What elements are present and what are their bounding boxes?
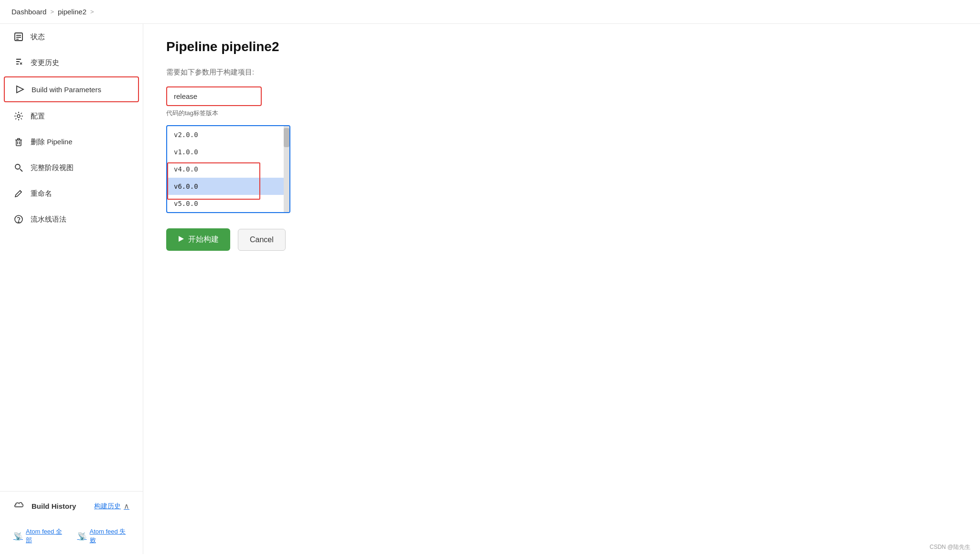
atom-feed-all-label: Atom feed 全部 <box>26 527 66 545</box>
param-hint: 代码的tag标签版本 <box>166 109 957 118</box>
scrollbar-thumb <box>284 128 289 147</box>
param-input-container: 代码的tag标签版本 <box>166 86 957 118</box>
listbox-options: v2.0.0 v1.0.0 v4.0.0 v6.0.0 v5.0.0 <box>167 126 284 212</box>
build-history-section: Build History 构建历史 ∧ 📡 Atom feed 全部 📡 At… <box>0 491 143 554</box>
start-build-label: 开始构建 <box>188 235 219 245</box>
sidebar-menu: 状态 变更历史 Build with Pa <box>0 24 143 491</box>
sidebar-item-pipeline-syntax[interactable]: 流水线语法 <box>0 206 143 232</box>
delete-icon <box>13 137 24 147</box>
svg-line-10 <box>20 169 22 171</box>
sidebar-item-status-label: 状态 <box>31 32 45 42</box>
chevron-up-icon: ∧ <box>124 502 129 511</box>
breadcrumb-pipeline2[interactable]: pipeline2 <box>58 8 86 16</box>
svg-line-11 <box>20 191 21 192</box>
sidebar-item-status[interactable]: 状态 <box>0 24 143 50</box>
atom-feed-fail-label: Atom feed 失败 <box>90 527 130 545</box>
sidebar: 状态 变更历史 Build with Pa <box>0 24 143 554</box>
sidebar-item-rename[interactable]: 重命名 <box>0 181 143 206</box>
action-buttons: 开始构建 Cancel <box>166 228 957 251</box>
page-title: Pipeline pipeline2 <box>166 39 957 54</box>
version-listbox[interactable]: v2.0.0 v1.0.0 v4.0.0 v6.0.0 v5.0.0 <box>166 125 290 213</box>
cancel-label: Cancel <box>250 236 274 244</box>
svg-rect-6 <box>16 140 21 146</box>
rss-icon-all: 📡 <box>13 532 23 541</box>
breadcrumb-sep2: > <box>90 8 94 15</box>
footer-credit: CSDN @陆先生 <box>929 543 970 551</box>
listbox-option-v6[interactable]: v6.0.0 <box>167 178 284 195</box>
build-history-header[interactable]: Build History 构建历史 ∧ <box>0 492 143 521</box>
sidebar-item-config-label: 配置 <box>31 112 45 121</box>
config-icon <box>13 111 24 121</box>
build-history-link-label: 构建历史 <box>94 502 121 511</box>
cancel-button[interactable]: Cancel <box>238 229 286 251</box>
listbox-container: v2.0.0 v1.0.0 v4.0.0 v6.0.0 v5.0.0 <box>166 125 290 213</box>
sidebar-item-delete-pipeline[interactable]: 删除 Pipeline <box>0 129 143 155</box>
sidebar-item-change-history-label: 变更历史 <box>31 58 59 67</box>
svg-point-9 <box>15 164 20 169</box>
sidebar-item-change-history[interactable]: 变更历史 <box>0 50 143 75</box>
rss-icon-fail: 📡 <box>77 532 87 541</box>
status-icon <box>13 32 24 42</box>
build-play-icon <box>178 236 184 244</box>
listbox-option-v1[interactable]: v1.0.0 <box>167 143 284 161</box>
atom-feed-fail[interactable]: 📡 Atom feed 失败 <box>77 527 130 545</box>
svg-point-13 <box>18 222 19 223</box>
sidebar-item-config[interactable]: 配置 <box>0 103 143 129</box>
sidebar-item-full-stage-view[interactable]: 完整阶段视图 <box>0 155 143 181</box>
section-description: 需要如下参数用于构建项目: <box>166 68 957 77</box>
svg-marker-4 <box>17 86 23 93</box>
listbox-option-v2[interactable]: v2.0.0 <box>167 126 284 143</box>
atom-feeds: 📡 Atom feed 全部 📡 Atom feed 失败 <box>0 521 143 554</box>
param-input-field[interactable] <box>166 86 262 106</box>
listbox-scrollbar[interactable] <box>284 126 289 212</box>
atom-feed-all[interactable]: 📡 Atom feed 全部 <box>13 527 66 545</box>
build-history-label: Build History <box>32 502 76 510</box>
sidebar-item-rename-label: 重命名 <box>31 189 52 198</box>
listbox-option-v5[interactable]: v5.0.0 <box>167 195 284 212</box>
breadcrumb-sep1: > <box>50 8 54 15</box>
breadcrumb: Dashboard > pipeline2 > <box>0 0 980 24</box>
sidebar-item-full-stage-label: 完整阶段视图 <box>31 163 74 172</box>
search-icon <box>13 162 24 173</box>
help-icon <box>13 214 24 225</box>
build-params-icon <box>14 84 25 95</box>
svg-point-5 <box>17 115 20 118</box>
change-history-icon <box>13 57 24 68</box>
build-history-left: Build History <box>13 500 76 512</box>
sidebar-item-delete-label: 删除 Pipeline <box>31 138 73 147</box>
sidebar-item-pipeline-syntax-label: 流水线语法 <box>31 215 66 224</box>
main-content: Pipeline pipeline2 需要如下参数用于构建项目: 代码的tag标… <box>143 24 980 554</box>
main-layout: 状态 变更历史 Build with Pa <box>0 24 980 554</box>
breadcrumb-dashboard[interactable]: Dashboard <box>11 8 46 16</box>
cloud-icon <box>13 500 25 512</box>
start-build-button[interactable]: 开始构建 <box>166 228 230 251</box>
svg-marker-14 <box>179 236 184 242</box>
rename-icon <box>13 188 24 199</box>
sidebar-item-build-params-label: Build with Parameters <box>32 86 101 94</box>
sidebar-item-build-with-params[interactable]: Build with Parameters <box>4 76 139 102</box>
listbox-option-v4[interactable]: v4.0.0 <box>167 161 284 178</box>
build-history-right[interactable]: 构建历史 ∧ <box>94 502 129 511</box>
